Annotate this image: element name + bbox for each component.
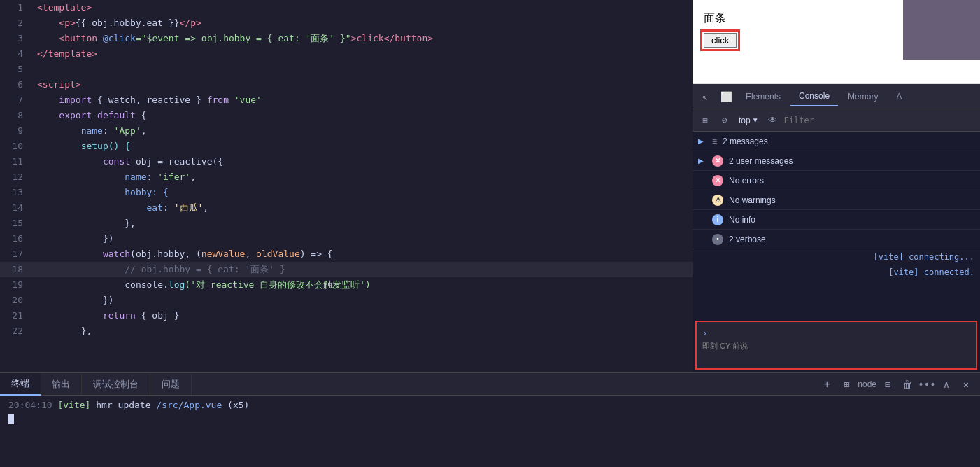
error-icon: ✕ — [712, 175, 723, 186]
expand-icon[interactable]: ⊞ — [697, 112, 713, 129]
tab-more[interactable]: A — [888, 88, 910, 106]
terminal-vite: [vite] — [57, 400, 90, 410]
add-terminal-button[interactable]: + — [818, 376, 835, 393]
line-number: 11 — [0, 154, 31, 169]
line-content: console.log('对 reactive 自身的修改不会触发监听') — [31, 277, 371, 293]
line-content: }, — [31, 216, 136, 231]
line-number: 20 — [0, 293, 31, 308]
code-editor[interactable]: 1<template>2 <p>{{ obj.hobby.eat }}</p>3… — [0, 0, 693, 372]
line-number: 4 — [0, 46, 31, 62]
list-item[interactable]: ▶ ≡ 2 messages — [693, 132, 980, 151]
line-content: }, — [31, 323, 92, 339]
code-line: 8 export default { — [0, 108, 693, 123]
tab-console[interactable]: Console — [790, 87, 838, 106]
vite-msg-2: [vite] connected. — [888, 267, 974, 277]
line-number: 10 — [0, 139, 31, 154]
line-content: export default { — [31, 108, 147, 123]
list-item[interactable]: ⚠ No warnings — [693, 190, 980, 210]
line-number: 21 — [0, 308, 31, 323]
list-item[interactable]: i No info — [693, 210, 980, 230]
collapse-arrow-icon: ▶ — [698, 137, 706, 145]
line-content: <template> — [31, 0, 92, 15]
no-info-label: No info — [729, 215, 755, 225]
line-content: watch(obj.hobby, (newValue, oldValue) =>… — [31, 246, 333, 262]
line-content: }) — [31, 293, 114, 308]
user-messages-label: 2 user messages — [729, 156, 793, 166]
code-line: 3 <button @click="$event => obj.hobby = … — [0, 31, 693, 46]
line-number: 19 — [0, 277, 31, 293]
console-messages-list: ▶ ≡ 2 messages ▶ ✕ 2 user messages — [693, 132, 980, 249]
top-dropdown[interactable]: top ▼ — [736, 114, 762, 127]
line-content: const obj = reactive({ — [31, 154, 223, 169]
line-number: 18 — [0, 262, 31, 277]
devtools-tabbar: ↖ ⬜ Elements Console Memory A — [693, 84, 980, 109]
preview-click-button[interactable]: click — [704, 33, 737, 48]
line-content: <script> — [31, 77, 81, 92]
line-number: 2 — [0, 15, 31, 31]
code-line: 5 — [0, 62, 693, 77]
code-line: 21 return { obj } — [0, 308, 693, 323]
no-warnings-label: No warnings — [729, 195, 776, 205]
terminal-panel: 终端 输出 调试控制台 问题 + ⊞ node ⊟ 🗑 ••• ∧ ✕ 20:0… — [0, 372, 980, 467]
preview-thumbnail — [903, 0, 980, 60]
code-line: 4</template> — [0, 46, 693, 62]
line-content: eat: '西瓜', — [31, 200, 208, 216]
tab-terminal[interactable]: 终端 — [0, 373, 41, 396]
console-input-area[interactable]: › 即刻 CY 前说 — [695, 321, 977, 370]
stop-icon[interactable]: ⊘ — [716, 112, 733, 129]
code-line: 12 name: 'ifer', — [0, 169, 693, 185]
delete-terminal-button[interactable]: 🗑 — [899, 376, 916, 393]
line-number: 1 — [0, 0, 31, 15]
split-terminal-button[interactable]: ⊞ — [838, 376, 855, 393]
line-number: 8 — [0, 108, 31, 123]
tab-elements[interactable]: Elements — [737, 88, 789, 106]
devtools-inspect-icon[interactable]: ⬜ — [716, 87, 736, 106]
terminal-line: 20:04:10 [vite] hmr update /src/App.vue … — [8, 400, 972, 410]
devtools-cursor-icon[interactable]: ↖ — [695, 87, 715, 106]
tab-output[interactable]: 输出 — [41, 374, 82, 395]
watermark: 即刻 CY 前说 — [702, 341, 970, 351]
warning-icon: ⚠ — [712, 195, 723, 206]
tab-debug-console[interactable]: 调试控制台 — [82, 374, 150, 395]
close-terminal-button[interactable]: ✕ — [958, 376, 974, 393]
code-line: 19 console.log('对 reactive 自身的修改不会触发监听') — [0, 277, 693, 293]
more-options-button[interactable]: ••• — [918, 376, 935, 393]
code-line: 15 }, — [0, 216, 693, 231]
console-content: ▶ ≡ 2 messages ▶ ✕ 2 user messages — [693, 132, 980, 372]
code-line: 2 <p>{{ obj.hobby.eat }}</p> — [0, 15, 693, 31]
devtools-toolbar: ⊞ ⊘ top ▼ 👁 — [693, 109, 980, 132]
code-line: 7 import { watch, reactive } from 'vue' — [0, 92, 693, 108]
filter-input[interactable] — [784, 116, 976, 125]
line-number: 3 — [0, 31, 31, 46]
list-icon: ≡ — [712, 137, 717, 146]
terminal-content: 20:04:10 [vite] hmr update /src/App.vue … — [0, 396, 980, 467]
vite-messages-container: [vite] connecting... [vite] connected. ›… — [693, 249, 980, 372]
expand-arrow-icon: ▶ — [698, 157, 706, 165]
eye-icon[interactable]: 👁 — [765, 112, 781, 129]
tab-problems[interactable]: 问题 — [150, 374, 192, 395]
node-indicator: node — [858, 379, 876, 389]
code-line: 14 eat: '西瓜', — [0, 200, 693, 216]
info-icon: i — [712, 214, 723, 225]
layout-toggle-button[interactable]: ⊟ — [879, 376, 896, 393]
line-content: </template> — [31, 46, 97, 62]
line-content: hobby: { — [31, 185, 169, 200]
line-number: 7 — [0, 92, 31, 108]
verbose-icon: • — [712, 234, 723, 245]
line-number: 12 — [0, 169, 31, 185]
code-line: 18 // obj.hobby = { eat: '面条' } — [0, 262, 693, 277]
line-content: setup() { — [31, 139, 130, 154]
message-count-label: 2 messages — [723, 137, 768, 146]
code-line: 13 hobby: { — [0, 185, 693, 200]
list-item[interactable]: ✕ No errors — [693, 171, 980, 190]
line-content: return { obj } — [31, 308, 180, 323]
line-content: // obj.hobby = { eat: '面条' } — [31, 262, 285, 277]
line-content: import { watch, reactive } from 'vue' — [31, 92, 262, 108]
tab-memory[interactable]: Memory — [839, 88, 886, 106]
list-item[interactable]: • 2 verbose — [693, 230, 980, 249]
line-number: 15 — [0, 216, 31, 231]
list-item[interactable]: ▶ ✕ 2 user messages — [693, 151, 980, 171]
preview-area: 面条 click — [693, 0, 980, 84]
code-line: 20 }) — [0, 293, 693, 308]
maximize-terminal-button[interactable]: ∧ — [938, 376, 955, 393]
